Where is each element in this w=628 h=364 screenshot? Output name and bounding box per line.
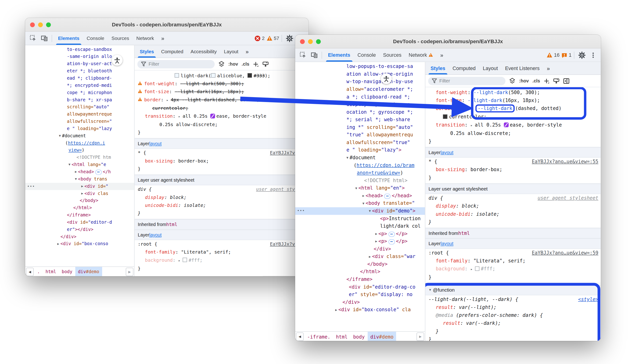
style-declaration[interactable]: EaYBJJx?view=:root { — [135, 240, 309, 248]
styles-filter-input[interactable]: Filter — [137, 60, 215, 68]
dom-tree-line[interactable]: ▼#document — [295, 154, 425, 162]
style-rule[interactable]: EaYBJJx?view=:root {font-family: "Litera… — [135, 240, 309, 274]
dom-tree-line[interactable]: *; encrypted-medi — [25, 82, 134, 89]
dom-tree-line[interactable]: (https://cdpn.io/bram — [295, 162, 425, 169]
breadcrumb-forward-button[interactable]: ▶ — [126, 268, 134, 276]
style-declaration[interactable]: font-size: --light-dark(16px, 18px); — [425, 96, 601, 104]
tab-network[interactable]: Network — [405, 48, 437, 62]
breadcrumb-item[interactable]: body — [59, 267, 75, 276]
dom-tree-line[interactable]: view=) — [25, 147, 134, 154]
dom-tree-line[interactable]: </body> — [25, 197, 134, 204]
style-declaration[interactable]: <style>--light-dark(--light, --dark) { — [425, 295, 601, 303]
layers-icon[interactable] — [509, 77, 515, 84]
brush-icon[interactable] — [553, 78, 559, 84]
style-declaration[interactable]: } — [425, 335, 601, 341]
style-declaration[interactable]: 0.25s allow-discrete; — [135, 121, 309, 128]
style-declaration[interactable]: result: var(--dark); — [425, 319, 601, 327]
dom-tree-line[interactable]: ▼<body translate=" — [295, 200, 425, 207]
easing-bezier-icon[interactable] — [504, 122, 509, 127]
dom-tree-line[interactable]: allowfullscreen=" — [25, 118, 134, 125]
style-rule[interactable]: user agent styleshdiv {display: block;un… — [135, 185, 309, 219]
dom-tree-line[interactable]: display-capture *; ene — [295, 101, 425, 109]
style-declaration[interactable]: unicode-bidi: isolate; — [425, 210, 601, 218]
color-swatch[interactable] — [211, 73, 216, 78]
style-declaration[interactable]: display: block; — [135, 193, 309, 201]
dom-tree-line[interactable]: ing *" scrolling="auto" — [295, 124, 425, 131]
dom-tree-line[interactable]: cope *; microphon — [25, 89, 134, 96]
color-swatch[interactable] — [443, 115, 447, 119]
style-declaration[interactable]: 0.25s allow-discrete; — [425, 129, 601, 137]
tab-console[interactable]: Console — [83, 32, 108, 45]
dom-tree-line[interactable]: </div> — [295, 298, 425, 306]
breadcrumb-back-button[interactable]: ◀ — [26, 268, 34, 276]
dom-tree-line[interactable]: <!DOCTYPE html> — [295, 177, 425, 184]
dom-tree-line[interactable]: e " loading="lazy — [25, 125, 134, 132]
dom-tree-line[interactable]: ocation *; gyroscope *; — [295, 108, 425, 116]
tab-elements[interactable]: Elements — [55, 32, 83, 45]
dom-tree-line[interactable]: to-escape-sandbox — [25, 46, 134, 53]
layers-icon[interactable] — [218, 61, 225, 67]
dom-tree-line[interactable]: scrolling="auto" — [25, 104, 134, 111]
style-declaration[interactable]: result: var(--light); — [425, 303, 601, 311]
dom-tree-line[interactable]: </iframe> — [295, 276, 425, 283]
pane-tab-layout[interactable]: Layout — [479, 62, 501, 74]
style-rule[interactable]: EaYBJJx?ano…ue&view=:59:root {font-famil… — [425, 249, 601, 283]
settings-gear-icon[interactable] — [577, 50, 587, 60]
style-declaration[interactable]: box-sizing: border-box; — [135, 157, 309, 165]
dom-tree-line[interactable]: *; serial *; web-share — [295, 116, 425, 124]
style-rule[interactable]: EaYBJJx?ano…ue&view=:55* {box-sizing: bo… — [425, 158, 601, 183]
twisty-right-icon[interactable]: ▶ — [363, 192, 364, 200]
issues-count-badge[interactable]: 1 — [562, 52, 572, 58]
stylesheet-source-link[interactable]: EaYBJJx?ano…ue&view=:55 — [532, 158, 598, 166]
style-declaration[interactable]: } — [425, 174, 601, 182]
dom-hover-menu-icon[interactable]: ••• — [27, 183, 35, 190]
kebab-menu-icon[interactable] — [588, 50, 599, 60]
twisty-down-icon[interactable]: ▼ — [69, 161, 70, 169]
dom-tree-line[interactable]: </iframe> — [25, 212, 134, 219]
style-declaration[interactable]: display: block; — [425, 202, 601, 210]
devtools-window-back[interactable]: DevTools - codepen.io/bramus/pen/EaYBJJx… — [25, 18, 309, 276]
dom-tree-line[interactable]: ead *; clipboard- — [25, 75, 134, 82]
dom-tree-line[interactable]: a *; clipboard-read *; — [295, 93, 425, 101]
twisty-down-icon[interactable]: ▼ — [369, 207, 371, 215]
dom-tree-line[interactable]: "true" allowpaymentrequ — [295, 131, 425, 139]
style-declaration[interactable]: border: ▸ 4px --light-dark(dashed, dotte… — [135, 96, 309, 104]
tab-network[interactable]: Network — [133, 32, 157, 45]
dom-tree-line[interactable]: ▶<div clas — [25, 190, 134, 197]
dom-tree-line[interactable]: allowfullscreen="true" — [295, 139, 425, 147]
dom-tree-line[interactable]: light/dark col — [295, 223, 425, 230]
dom-tree-line[interactable]: ▶<div class="war — [295, 253, 425, 261]
dom-tree-line[interactable]: ▶<head>⋯</h — [25, 168, 134, 176]
dom-tree-line[interactable]: anon=true&view=) — [295, 169, 425, 177]
toggle-element-state-hov[interactable]: :hov — [519, 78, 529, 83]
color-swatch[interactable] — [248, 73, 252, 78]
style-declaration[interactable]: } — [425, 218, 601, 226]
pane-tab-styles[interactable]: Styles — [136, 45, 157, 58]
pane-tab-computed[interactable]: Computed — [157, 45, 187, 58]
pane-tab--[interactable]: » — [543, 62, 553, 74]
color-swatch[interactable] — [182, 258, 187, 262]
dom-tree-line[interactable]: allow="accelerometer *; — [295, 86, 425, 93]
style-rule[interactable]: font-weight: --light-dark(500, 300);font… — [425, 88, 601, 147]
twisty-down-icon[interactable]: ▼ — [363, 200, 364, 207]
plus-icon[interactable] — [253, 61, 259, 67]
style-declaration[interactable]: } — [425, 137, 601, 145]
ellipsis-expand-icon[interactable]: ⋯ — [388, 239, 394, 244]
style-declaration[interactable]: } — [135, 165, 309, 173]
dom-tree-line[interactable]: </html> — [295, 268, 425, 276]
ellipsis-expand-icon[interactable]: ⋯ — [388, 232, 394, 237]
inspect-element-icon[interactable] — [28, 33, 38, 43]
twisty-right-icon[interactable]: ▶ — [75, 168, 77, 176]
twisty-right-icon[interactable]: ▶ — [375, 238, 377, 245]
dom-tree-line[interactable]: ▼<html lang="en"> — [295, 184, 425, 192]
dom-tree-line[interactable]: (https://cdpn.i — [25, 140, 134, 147]
style-declaration[interactable]: transition: ▸ all 0.25s ease, border-sty… — [135, 112, 309, 121]
style-declaration[interactable]: font-weight: --light-dark(500, 300); — [135, 80, 309, 88]
breadcrumb-item[interactable]: html — [333, 332, 350, 341]
stylesheet-source-link[interactable]: user agent stylesheet — [538, 194, 598, 202]
toggle-element-state-hov[interactable]: :hov — [228, 62, 238, 66]
pane-tab-accessibility[interactable]: Accessibility — [187, 45, 220, 58]
dom-tree-line[interactable]: <div id="editor-d — [25, 219, 134, 226]
color-swatch[interactable] — [475, 266, 479, 271]
breadcrumb-forward-button[interactable]: ▶ — [416, 332, 424, 341]
